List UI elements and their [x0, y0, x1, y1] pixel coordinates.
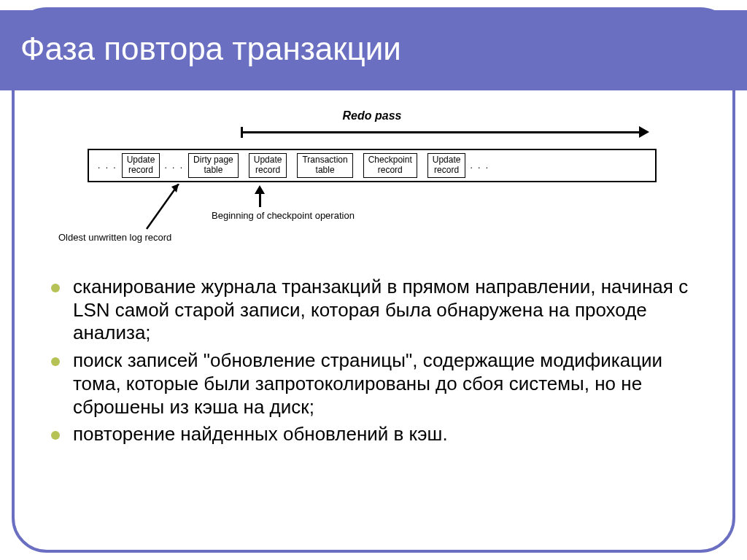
ellipsis-right: . . .	[465, 160, 494, 171]
bullet-item: сканирование журнала транзакций в прямом…	[51, 276, 703, 345]
checkpoint-pointer-icon	[252, 185, 267, 207]
checkpoint-begin-label: Beginning of checkpoint operation	[212, 210, 355, 221]
log-strip: . . . Updaterecord . . . Dirty pagetable…	[88, 149, 657, 182]
oldest-record-label: Oldest unwritten log record	[58, 232, 171, 243]
svg-line-0	[147, 184, 179, 229]
log-cell: Updaterecord	[122, 153, 160, 178]
bullet-item: поиск записей "обновление страницы", сод…	[51, 349, 703, 419]
redo-pass-label: Redo pass	[88, 109, 657, 122]
redo-pass-diagram: Redo pass . . . Updaterecord . . . Dirty…	[88, 109, 657, 248]
slide: Фаза повтора транзакции Redo pass . . . …	[0, 0, 747, 560]
redo-pass-arrow	[241, 127, 649, 139]
ellipsis-left: . . .	[93, 160, 122, 171]
log-cell: Transactiontable	[297, 153, 352, 178]
arrow-head-icon	[639, 126, 649, 138]
bullet-list: сканирование журнала транзакций в прямом…	[51, 276, 703, 451]
arrow-line-icon	[241, 131, 642, 133]
log-cell: Updaterecord	[427, 153, 466, 178]
log-cell: Dirty pagetable	[188, 153, 239, 178]
bullet-item: повторение найденных обновлений в кэш.	[51, 423, 703, 446]
oldest-record-pointer-icon	[142, 184, 193, 235]
log-cell: Updaterecord	[249, 153, 287, 178]
ellipsis: . . .	[160, 160, 188, 171]
log-cell: Checkpointrecord	[363, 153, 417, 178]
